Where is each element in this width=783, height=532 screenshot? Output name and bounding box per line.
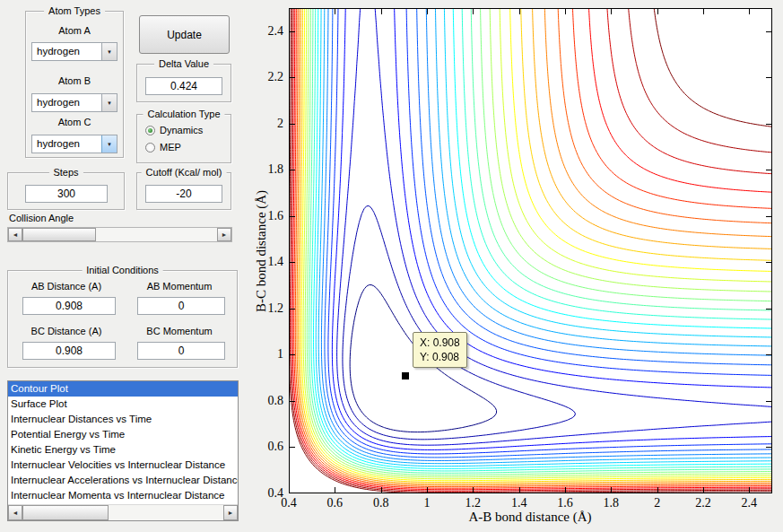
atom-c-select[interactable]: hydrogen ▼ — [31, 135, 117, 153]
delta-value-group: Delta Value — [136, 64, 231, 102]
datatip-y-value: Y: 0.908 — [420, 350, 460, 364]
atom-a-select[interactable]: hydrogen ▼ — [31, 42, 117, 61]
atom-b-value: hydrogen — [32, 94, 101, 111]
initial-conditions-title: Initial Conditions — [82, 264, 163, 276]
arrow-right-icon[interactable]: ► — [217, 228, 231, 241]
plot-type-list-items: Contour PlotSurface PlotInternuclear Dis… — [8, 381, 238, 503]
atom-c-label: Atom C — [26, 117, 123, 127]
atom-c-value: hydrogen — [32, 135, 101, 153]
ab-momentum-label: AB Momentum — [126, 281, 232, 292]
scrollbar-thumb[interactable] — [22, 505, 109, 520]
slider-thumb[interactable] — [22, 228, 96, 241]
x-tick-label: 1.8 — [604, 496, 620, 510]
collision-angle-label: Collision Angle — [9, 213, 74, 223]
radio-dynamics[interactable]: Dynamics — [145, 125, 203, 135]
bc-momentum-label: BC Momentum — [126, 326, 232, 336]
y-tick-label: 0.4 — [248, 486, 283, 501]
arrow-left-icon[interactable]: ◄ — [8, 505, 22, 520]
bc-distance-label: BC Distance (A) — [12, 326, 121, 336]
list-item[interactable]: Contour Plot — [8, 381, 238, 397]
x-tick-label: 0.6 — [327, 496, 344, 510]
y-axis-label: B-C bond distance (Å) — [254, 190, 269, 312]
y-tick-label: 2 — [248, 117, 283, 131]
ab-distance-input[interactable] — [22, 297, 116, 315]
x-tick-label: 1.6 — [557, 496, 573, 510]
list-item[interactable]: Internuclear Velocities vs Internuclear … — [8, 458, 238, 473]
x-tick-label: 0.8 — [373, 496, 389, 510]
calculation-type-title: Calculation Type — [143, 108, 224, 120]
y-tick-label: 1 — [248, 347, 283, 362]
y-tick-label: 1.8 — [248, 162, 283, 177]
bc-momentum-input[interactable] — [137, 342, 225, 360]
atom-a-value: hydrogen — [32, 43, 101, 60]
datatip-marker[interactable] — [402, 372, 409, 379]
bc-distance-input[interactable] — [22, 342, 116, 360]
calculation-type-group: Calculation Type Dynamics MEP — [136, 114, 231, 163]
delta-value-input[interactable] — [145, 77, 222, 95]
arrow-right-icon[interactable]: ► — [223, 505, 238, 520]
chevron-down-icon[interactable]: ▼ — [101, 94, 117, 111]
datatip-x-value: X: 0.908 — [420, 336, 460, 350]
y-tick-label: 0.6 — [248, 440, 283, 454]
atom-types-title: Atom Types — [44, 4, 105, 17]
x-axis-label: A-B bond distance (Å) — [468, 510, 591, 525]
chevron-down-icon[interactable]: ▼ — [101, 135, 117, 153]
radio-button-icon[interactable] — [145, 126, 155, 135]
radio-button-icon[interactable] — [145, 143, 155, 153]
steps-group: Steps — [7, 172, 125, 210]
list-item[interactable]: Internuclear Distances vs Time — [8, 412, 238, 427]
simulation-window: Atom Types Atom A hydrogen ▼ Atom B hydr… — [0, 0, 783, 532]
atom-a-label: Atom A — [26, 25, 123, 36]
atom-types-group: Atom Types Atom A hydrogen ▼ Atom B hydr… — [25, 11, 124, 158]
y-tick-label: 2.4 — [248, 24, 283, 39]
atom-b-select[interactable]: hydrogen ▼ — [31, 93, 117, 112]
arrow-left-icon[interactable]: ◄ — [8, 228, 22, 241]
datatip[interactable]: X: 0.908 Y: 0.908 — [413, 332, 467, 368]
initial-conditions-group: Initial Conditions AB Distance (A) AB Mo… — [7, 270, 238, 368]
update-button[interactable]: Update — [139, 15, 230, 54]
collision-angle-slider[interactable]: ◄ ► — [7, 227, 232, 242]
list-item[interactable]: Surface Plot — [8, 397, 238, 412]
x-tick-label: 1 — [424, 496, 431, 510]
cutoff-input[interactable] — [145, 185, 222, 203]
x-tick-label: 1.4 — [511, 496, 527, 510]
delta-value-title: Delta Value — [154, 57, 213, 70]
atom-b-label: Atom B — [26, 75, 123, 86]
x-tick-label: 2.2 — [695, 496, 711, 510]
ab-distance-label: AB Distance (A) — [12, 281, 121, 292]
x-tick-label: 1.2 — [465, 496, 482, 510]
ab-momentum-input[interactable] — [137, 297, 225, 315]
y-tick-label: 0.8 — [248, 394, 283, 408]
steps-title: Steps — [48, 166, 83, 179]
plot-type-list[interactable]: Contour PlotSurface PlotInternuclear Dis… — [7, 380, 239, 521]
list-item[interactable]: Internuclear Accelerations vs Internucle… — [8, 473, 238, 488]
chevron-down-icon[interactable]: ▼ — [101, 43, 117, 60]
y-tick-label: 2.2 — [248, 70, 283, 84]
list-item[interactable]: Internuclear Momenta vs Internuclear Dis… — [8, 488, 238, 503]
radio-dynamics-label: Dynamics — [160, 125, 203, 135]
list-horizontal-scrollbar[interactable]: ◄ ► — [8, 504, 238, 520]
cutoff-group: Cutoff (Kcal/ mol) — [136, 172, 231, 210]
list-item[interactable]: Kinetic Energy vs Time — [8, 442, 238, 458]
cutoff-title: Cutoff (Kcal/ mol) — [142, 166, 227, 179]
x-tick-label: 2 — [654, 496, 660, 510]
radio-mep-label: MEP — [160, 142, 181, 153]
list-item[interactable]: Potential Energy vs Time — [8, 427, 238, 442]
steps-input[interactable] — [25, 185, 108, 203]
contour-plot-canvas[interactable] — [289, 8, 772, 493]
radio-mep[interactable]: MEP — [145, 142, 181, 153]
x-tick-label: 2.4 — [742, 496, 758, 510]
